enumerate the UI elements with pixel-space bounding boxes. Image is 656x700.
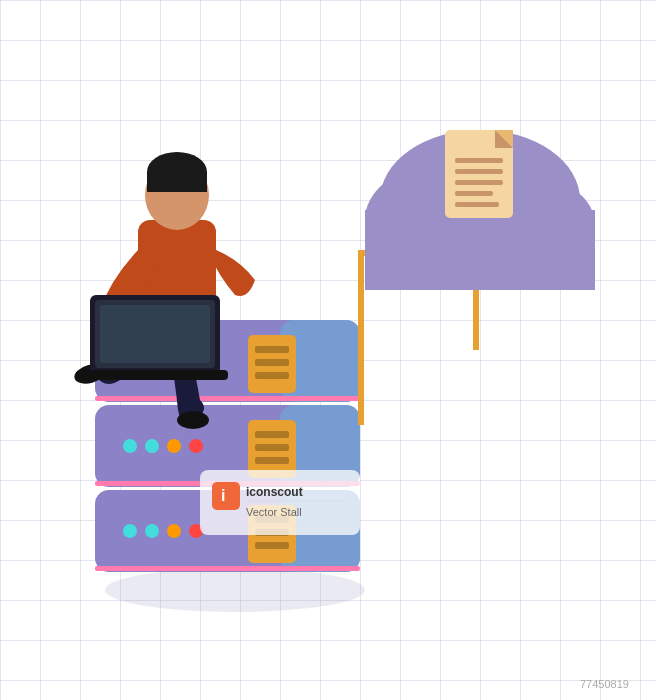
svg-text:Vector Stall: Vector Stall: [246, 506, 302, 518]
svg-rect-43: [370, 250, 590, 290]
svg-point-20: [189, 439, 203, 453]
svg-text:iconscout: iconscout: [246, 485, 303, 499]
svg-rect-50: [455, 191, 493, 196]
svg-point-6: [123, 524, 137, 538]
svg-point-18: [145, 439, 159, 453]
svg-rect-13: [255, 542, 289, 549]
svg-rect-22: [255, 431, 289, 438]
svg-rect-49: [455, 180, 503, 185]
svg-point-19: [167, 439, 181, 453]
svg-rect-35: [255, 372, 289, 379]
svg-rect-36: [358, 250, 364, 425]
svg-rect-61: [82, 370, 228, 380]
svg-rect-63: [212, 482, 240, 510]
svg-text:i: i: [221, 487, 225, 504]
svg-rect-57: [147, 172, 207, 192]
svg-rect-5: [95, 566, 360, 571]
svg-rect-48: [455, 169, 503, 174]
main-illustration: i iconscout Vector Stall 77450819: [0, 0, 656, 700]
svg-text:77450819: 77450819: [580, 678, 629, 690]
main-container: i iconscout Vector Stall 77450819: [0, 0, 656, 700]
svg-point-8: [167, 524, 181, 538]
svg-point-1: [105, 568, 365, 612]
svg-point-52: [177, 411, 209, 429]
svg-rect-60: [100, 305, 210, 363]
svg-rect-27: [95, 396, 360, 401]
svg-rect-47: [455, 158, 503, 163]
svg-rect-33: [255, 346, 289, 353]
svg-rect-23: [255, 444, 289, 451]
svg-point-7: [145, 524, 159, 538]
svg-rect-34: [255, 359, 289, 366]
svg-point-17: [123, 439, 137, 453]
svg-rect-51: [455, 202, 499, 207]
svg-rect-24: [255, 457, 289, 464]
